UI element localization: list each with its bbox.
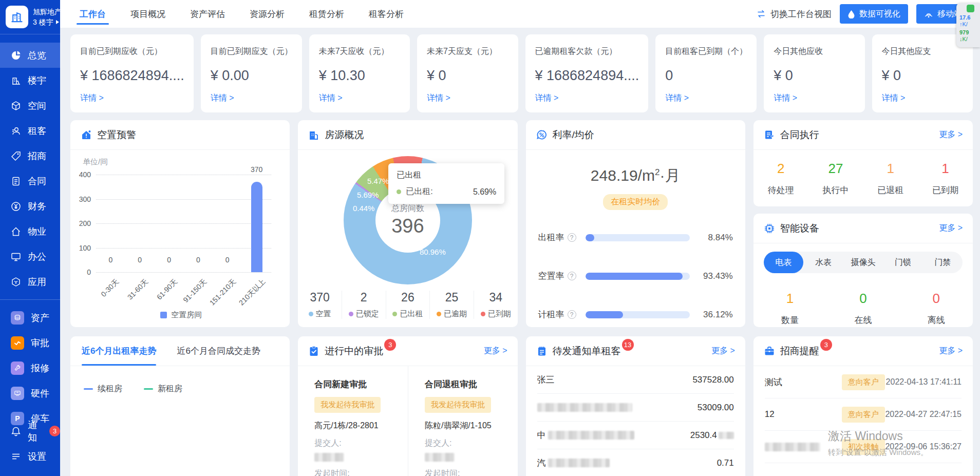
device-tab-access-control[interactable]: 门禁	[923, 252, 963, 273]
detail-link[interactable]: 详情 >	[319, 93, 343, 104]
network-speed-widget[interactable]: 17.6 ↑K/ 979 ↓K/	[956, 3, 980, 47]
sidebar-item-approvals[interactable]: 审批	[0, 330, 60, 355]
tab-tenant-analysis[interactable]: 租客分析	[369, 0, 404, 28]
help-icon[interactable]: ?	[568, 233, 576, 242]
tab-asset-valuation[interactable]: 资产评估	[190, 0, 225, 28]
sidebar-item-hardware[interactable]: 硬件	[0, 380, 60, 406]
more-link[interactable]: 更多 >	[484, 346, 507, 356]
sidebar-item-buildings[interactable]: 楼宇	[0, 68, 60, 93]
sidebar-item-office[interactable]: 办公	[0, 244, 60, 269]
device-stat-offline: 0离线	[900, 291, 973, 326]
notice-row[interactable]: 汽 0.71	[537, 449, 734, 476]
help-icon[interactable]: ?	[568, 272, 576, 280]
contract-stat-pending: 2待处理	[753, 161, 808, 196]
building-icon	[11, 75, 21, 86]
more-link[interactable]: 更多 >	[939, 223, 963, 234]
person-icon	[11, 126, 21, 136]
switch-workbench-view[interactable]: 切换工作台视图	[756, 8, 832, 20]
lead-stage-badge: 意向客户	[842, 407, 885, 423]
sidebar-divider	[0, 299, 60, 300]
detail-link[interactable]: 详情 >	[882, 93, 906, 104]
device-tab-camera[interactable]: 摄像头	[843, 252, 883, 273]
contract-stat-active: 27执行中	[808, 161, 863, 196]
sidebar-item-settings[interactable]: 设置	[0, 444, 60, 469]
tab-project-overview[interactable]: 项目概况	[130, 0, 165, 28]
detail-link[interactable]: 详情 >	[427, 93, 450, 104]
masked-lead-name	[765, 443, 820, 451]
detail-link[interactable]: 详情 >	[535, 93, 559, 104]
sidebar-item-assets[interactable]: 资产	[0, 305, 60, 330]
vacancy-warning-icon	[81, 129, 92, 141]
antivirus-icon	[967, 5, 974, 12]
detail-link[interactable]: 详情 >	[211, 93, 234, 104]
masked-tenant-name	[537, 403, 632, 412]
notice-row[interactable]: 中 汽2530.4	[537, 422, 734, 449]
notice-row[interactable]: 53009.00	[537, 394, 734, 422]
sidebar-item-tenants[interactable]: 租客	[0, 118, 60, 143]
sidebar-item-label: 总览	[28, 49, 46, 62]
leads-badge: 3	[820, 339, 832, 351]
vacancy-bar[interactable]	[251, 182, 262, 272]
hardware-icon	[11, 387, 24, 400]
help-icon[interactable]: ?	[568, 310, 576, 319]
expand-arrow-icon[interactable]	[56, 20, 59, 24]
lead-row[interactable]: 12 意向客户 2022-04-27 22:47:15	[765, 398, 962, 431]
contract-icon	[764, 129, 775, 141]
pie-icon	[11, 50, 21, 61]
sidebar-item-apps[interactable]: 应用	[0, 269, 60, 294]
sidebar-item-space[interactable]: 空间	[0, 93, 60, 118]
legend-dot	[392, 312, 397, 316]
lead-row[interactable]: 初次接触 2022-09-06 15:36:27	[765, 431, 962, 463]
device-tab-water-meter[interactable]: 水表	[803, 252, 843, 273]
tab-occupancy-trend[interactable]: 近6个月出租率走势	[82, 336, 156, 366]
device-tab-door-lock[interactable]: 门锁	[883, 252, 922, 273]
notice-row[interactable]: 张三 537528.00	[537, 366, 734, 394]
detail-link[interactable]: 详情 >	[774, 93, 797, 104]
cube-icon	[11, 101, 21, 111]
legend-renewal[interactable]: 续租房	[84, 384, 122, 394]
more-link[interactable]: 更多 >	[939, 346, 963, 356]
stat-card-overdue-debt: 已逾期租客欠款（元） ¥ 1686824894.... 详情 >	[525, 34, 649, 112]
bell-icon	[11, 426, 21, 436]
lead-row[interactable]: 测试 意向客户 2022-04-13 17:41:11	[765, 366, 962, 398]
document-icon	[11, 176, 21, 186]
detail-link[interactable]: 详情 >	[80, 93, 104, 104]
stat-vacant: 370 空置	[298, 291, 342, 319]
sidebar-item-contracts[interactable]: 合同	[0, 168, 60, 194]
progress-fill	[586, 273, 683, 280]
panel-approvals: 进行中的审批 3 更多 > 合同新建审批 我发起待我审批 高元/1栋/28-28…	[298, 336, 517, 476]
approvals-icon	[11, 336, 24, 350]
device-tab-electric-meter[interactable]: 电表	[764, 252, 803, 273]
data-visualization-button[interactable]: 数据可视化	[840, 4, 908, 24]
donut-tooltip: 已出租 已出租: 5.69%	[388, 163, 504, 204]
sidebar-item-finance[interactable]: 财务	[0, 194, 60, 219]
sidebar-item-property[interactable]: 物业	[0, 219, 60, 244]
sidebar-item-notifications[interactable]: 通知 3	[0, 418, 60, 444]
smart-devices-icon	[764, 223, 775, 234]
notices-panel-icon	[536, 346, 548, 357]
legend-line	[84, 388, 93, 390]
detail-link[interactable]: 详情 >	[665, 93, 689, 104]
sidebar-item-label: 空间	[28, 100, 46, 112]
more-link[interactable]: 更多 >	[711, 346, 735, 356]
leads-panel-icon	[764, 346, 775, 357]
tab-lease-analysis[interactable]: 租赁分析	[309, 0, 344, 28]
sidebar-item-overview[interactable]: 总览	[0, 43, 60, 68]
vacancy-legend[interactable]: 空置房间	[83, 310, 279, 320]
approval-item[interactable]: 合同新建审批 我发起待我审批 高元/1栋/28-2801 提交人: 发起时间: …	[298, 366, 408, 476]
notices-badge: 13	[622, 339, 634, 351]
tab-resource-analysis[interactable]: 资源分析	[250, 0, 285, 28]
sidebar-item-label: 办公	[28, 251, 46, 263]
x-axis-label: 91-150天	[181, 277, 209, 304]
tab-workbench[interactable]: 工作台	[80, 0, 106, 28]
tag-icon	[11, 151, 21, 161]
project-switcher[interactable]: 旭辉地产 3 楼宇	[0, 0, 60, 34]
legend-new-rental[interactable]: 新租房	[144, 384, 182, 394]
workspace-tabs: 工作台 项目概况 资产评估 资源分析 租赁分析 租客分析	[80, 0, 404, 28]
stat-card-7day-receivable: 未来7天应收（元） ¥ 10.30 详情 >	[309, 34, 410, 112]
more-link[interactable]: 更多 >	[939, 129, 963, 140]
sidebar-item-repairs[interactable]: 报修	[0, 355, 60, 380]
approval-item[interactable]: 合同退租审批 我发起待我审批 陈粒/翡翠湖/1-105 提交人: 发起时间: 2…	[408, 366, 518, 476]
sidebar-item-leasing[interactable]: 招商	[0, 143, 60, 168]
tab-contract-deal-trend[interactable]: 近6个月合同成交走势	[177, 336, 260, 366]
